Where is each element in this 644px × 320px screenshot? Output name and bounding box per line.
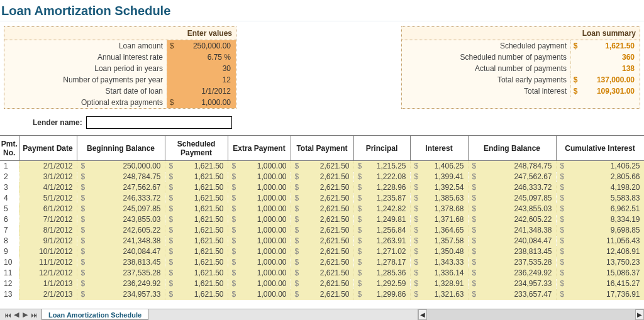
col-header[interactable]: Cumulative Interest bbox=[556, 136, 644, 161]
cell-prin: $1,249.81 bbox=[353, 214, 410, 225]
table-row[interactable]: 12/1/2012$250,000.00$1,621.50$1,000.00$2… bbox=[0, 161, 644, 172]
cell-sched: $1,621.50 bbox=[165, 172, 228, 182]
input-label: Start date of loan bbox=[4, 86, 167, 97]
cell-pmt-no: 6 bbox=[0, 214, 19, 225]
cell-sched: $1,621.50 bbox=[165, 279, 228, 289]
table-row[interactable]: 34/1/2012$247,562.67$1,621.50$1,000.00$2… bbox=[0, 182, 644, 193]
col-header[interactable]: Pmt. No. bbox=[0, 136, 19, 161]
cell-extra: $1,000.00 bbox=[228, 236, 291, 246]
cell-date: 6/1/2012 bbox=[19, 204, 77, 214]
scroll-left-button[interactable]: ◀ bbox=[418, 309, 427, 320]
summary-cell: 138 bbox=[570, 63, 640, 74]
scroll-right-button[interactable]: ▶ bbox=[635, 309, 644, 320]
table-row[interactable]: 1011/1/2012$238,813.45$1,621.50$1,000.00… bbox=[0, 257, 644, 268]
cell-pmt-no: 1 bbox=[0, 161, 19, 172]
input-cell[interactable]: $250,000.00 bbox=[167, 40, 236, 52]
table-row[interactable]: 78/1/2012$242,605.22$1,621.50$1,000.00$2… bbox=[0, 225, 644, 236]
cell-beg: $237,535.28 bbox=[77, 268, 165, 279]
nav-last-icon[interactable]: ⏭ bbox=[30, 311, 38, 319]
table-row[interactable]: 67/1/2012$243,855.03$1,621.50$1,000.00$2… bbox=[0, 214, 644, 225]
cell-end: $242,605.22 bbox=[468, 214, 556, 225]
cell-int: $1,399.41 bbox=[410, 172, 468, 182]
cell-date: 8/1/2012 bbox=[19, 225, 77, 236]
cell-pmt-no: 12 bbox=[0, 279, 19, 289]
cell-pmt-no: 3 bbox=[0, 182, 19, 193]
cell-total: $2,621.50 bbox=[291, 236, 353, 246]
cell-beg: $250,000.00 bbox=[77, 161, 165, 172]
table-row[interactable]: 23/1/2012$248,784.75$1,621.50$1,000.00$2… bbox=[0, 172, 644, 182]
cell-cum: $15,086.37 bbox=[556, 268, 644, 279]
col-header[interactable]: Principal bbox=[353, 136, 410, 161]
table-row[interactable]: 1112/1/2012$237,535.28$1,621.50$1,000.00… bbox=[0, 268, 644, 279]
input-cell[interactable]: 1/1/2012 bbox=[167, 86, 236, 97]
table-row[interactable]: 910/1/2012$240,084.47$1,621.50$1,000.00$… bbox=[0, 246, 644, 257]
cell-pmt-no: 7 bbox=[0, 225, 19, 236]
input-row: Optional extra payments$1,000.00 bbox=[4, 97, 236, 108]
col-header[interactable]: Ending Balance bbox=[468, 136, 556, 161]
summary-row: Actual number of payments138 bbox=[402, 63, 640, 74]
cell-prin: $1,228.96 bbox=[353, 182, 410, 193]
cell-cum: $1,406.25 bbox=[556, 161, 644, 172]
cell-cum: $12,406.91 bbox=[556, 246, 644, 257]
input-cell[interactable]: 12 bbox=[167, 74, 236, 86]
col-header[interactable]: Total Payment bbox=[291, 136, 353, 161]
lender-input[interactable] bbox=[86, 116, 232, 129]
cell-int: $1,392.54 bbox=[410, 182, 468, 193]
col-header[interactable]: Payment Date bbox=[19, 136, 77, 161]
table-row[interactable]: 45/1/2012$246,333.72$1,621.50$1,000.00$2… bbox=[0, 193, 644, 204]
currency-symbol: $ bbox=[167, 41, 176, 50]
col-header[interactable]: Extra Payment bbox=[228, 136, 291, 161]
cell-total: $2,621.50 bbox=[291, 225, 353, 236]
inputs-header: Enter values bbox=[4, 27, 236, 40]
schedule-table: Pmt. No.Payment DateBeginning BalanceSch… bbox=[0, 135, 644, 300]
nav-next-icon[interactable]: ▶ bbox=[21, 311, 29, 319]
summary-label: Total early payments bbox=[402, 74, 570, 86]
cell-extra: $1,000.00 bbox=[228, 204, 291, 214]
cell-cum: $2,805.66 bbox=[556, 172, 644, 182]
sheet-tab[interactable]: Loan Amortization Schedule bbox=[42, 309, 148, 320]
nav-first-icon[interactable]: ⏮ bbox=[4, 311, 11, 319]
input-cell[interactable]: $1,000.00 bbox=[167, 97, 236, 108]
cell-beg: $241,348.38 bbox=[77, 236, 165, 246]
cell-end: $237,535.28 bbox=[468, 257, 556, 268]
cell-end: $238,813.45 bbox=[468, 246, 556, 257]
cell-pmt-no: 4 bbox=[0, 193, 19, 204]
col-header[interactable]: Beginning Balance bbox=[77, 136, 165, 161]
cell-pmt-no: 8 bbox=[0, 236, 19, 246]
table-row[interactable]: 56/1/2012$245,097.85$1,621.50$1,000.00$2… bbox=[0, 204, 644, 214]
table-row[interactable]: 132/1/2013$234,957.33$1,621.50$1,000.00$… bbox=[0, 289, 644, 300]
cell-cum: $8,334.19 bbox=[556, 214, 644, 225]
input-cell[interactable]: 30 bbox=[167, 63, 236, 74]
table-row[interactable]: 121/1/2013$236,249.92$1,621.50$1,000.00$… bbox=[0, 279, 644, 289]
inputs-panel: Enter values Loan amount$250,000.00Annua… bbox=[4, 26, 236, 109]
cell-extra: $1,000.00 bbox=[228, 214, 291, 225]
cell-beg: $248,784.75 bbox=[77, 172, 165, 182]
input-value: 1,000.00 bbox=[176, 98, 236, 107]
cell-end: $234,957.33 bbox=[468, 279, 556, 289]
cell-date: 3/1/2012 bbox=[19, 172, 77, 182]
cell-date: 11/1/2012 bbox=[19, 257, 77, 268]
nav-prev-icon[interactable]: ◀ bbox=[13, 311, 20, 319]
sheet-nav[interactable]: ⏮ ◀ ▶ ⏭ bbox=[0, 309, 42, 320]
cell-extra: $1,000.00 bbox=[228, 268, 291, 279]
input-cell[interactable]: 6.75 % bbox=[167, 52, 236, 63]
cell-total: $2,621.50 bbox=[291, 193, 353, 204]
col-header[interactable]: Scheduled Payment bbox=[165, 136, 228, 161]
cell-date: 9/1/2012 bbox=[19, 236, 77, 246]
input-label: Loan amount bbox=[4, 40, 167, 52]
cell-cum: $4,198.20 bbox=[556, 182, 644, 193]
input-label: Optional extra payments bbox=[4, 97, 167, 108]
cell-int: $1,406.25 bbox=[410, 161, 468, 172]
cell-sched: $1,621.50 bbox=[165, 161, 228, 172]
cell-end: $246,333.72 bbox=[468, 182, 556, 193]
cell-beg: $245,097.85 bbox=[77, 204, 165, 214]
horizontal-scrollbar[interactable]: ◀ ▶ bbox=[418, 309, 644, 320]
cell-int: $1,343.33 bbox=[410, 257, 468, 268]
input-value: 12 bbox=[176, 75, 236, 84]
cell-prin: $1,215.25 bbox=[353, 161, 410, 172]
cell-extra: $1,000.00 bbox=[228, 246, 291, 257]
table-row[interactable]: 89/1/2012$241,348.38$1,621.50$1,000.00$2… bbox=[0, 236, 644, 246]
col-header[interactable]: Interest bbox=[410, 136, 468, 161]
cell-end: $245,097.85 bbox=[468, 193, 556, 204]
summary-label: Total interest bbox=[402, 86, 570, 97]
